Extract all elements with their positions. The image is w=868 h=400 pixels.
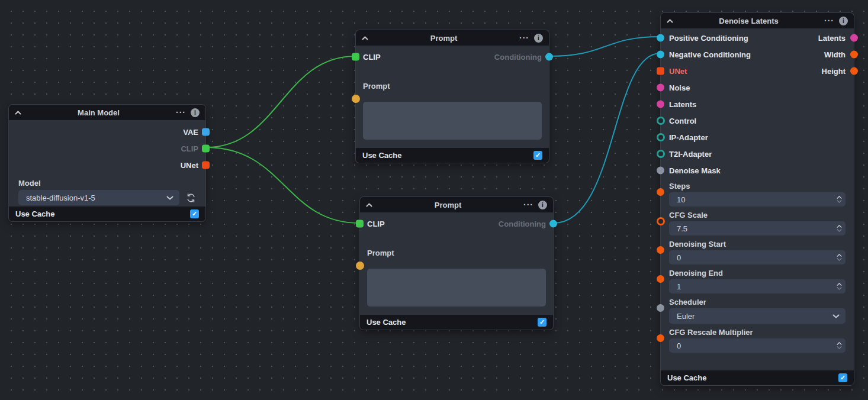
use-cache-label: Use Cache xyxy=(667,373,706,382)
handle-clip-input[interactable] xyxy=(356,220,364,228)
info-icon[interactable]: i xyxy=(538,201,547,209)
model-select-value: stable-diffusion-v1-5 xyxy=(26,193,95,202)
handle-clip-input[interactable] xyxy=(352,53,359,61)
wire-clip-to-prompt-2[interactable] xyxy=(206,147,359,223)
node-footer: Use Cache ✓ xyxy=(661,370,854,385)
handle-prompt-string-input[interactable] xyxy=(356,262,364,270)
handle-prompt-string-input[interactable] xyxy=(352,95,360,103)
prompt-textarea[interactable] xyxy=(363,102,542,140)
handle-latents-output[interactable] xyxy=(850,34,858,42)
node-footer: Use Cache ✓ xyxy=(360,315,553,330)
denoising-start-number-input[interactable]: 0 xyxy=(669,250,846,264)
handle-steps-input[interactable] xyxy=(657,188,664,196)
stepper-up-icon[interactable] xyxy=(837,254,842,257)
node-header[interactable]: Main Model ··· i xyxy=(9,105,205,120)
handle-negative-conditioning-input[interactable] xyxy=(657,51,664,59)
steps-stepper[interactable] xyxy=(837,196,842,203)
stepper-down-icon[interactable] xyxy=(837,200,842,203)
wire-clip-to-prompt-1[interactable] xyxy=(206,56,355,147)
port-label-positive-conditioning: Positive Conditioning xyxy=(669,34,748,43)
node-title: Main Model xyxy=(26,108,171,117)
info-icon[interactable]: i xyxy=(839,17,848,25)
collapse-chevron-icon[interactable] xyxy=(366,203,372,207)
steps-number-input[interactable]: 10 xyxy=(669,192,846,207)
handle-clip-output[interactable] xyxy=(202,145,210,153)
cfg-scale-stepper[interactable] xyxy=(837,225,842,232)
handle-conditioning-output[interactable] xyxy=(545,53,553,61)
denoising-end-number-input[interactable]: 1 xyxy=(669,279,846,293)
port-label-latents: Latents xyxy=(669,100,696,109)
denoising-end-stepper[interactable] xyxy=(837,283,842,290)
use-cache-checkbox[interactable]: ✓ xyxy=(533,151,542,160)
handle-conditioning-output[interactable] xyxy=(549,220,557,228)
stepper-down-icon[interactable] xyxy=(837,346,842,349)
cfg-rescale-number-input[interactable]: 0 xyxy=(669,338,846,353)
node-main-model[interactable]: Main Model ··· i VAE CLIP UNet Model xyxy=(8,104,206,222)
node-title: Prompt xyxy=(373,34,515,43)
use-cache-checkbox[interactable]: ✓ xyxy=(538,318,546,327)
handle-height-output[interactable] xyxy=(850,67,858,75)
collapse-chevron-icon[interactable] xyxy=(667,19,673,23)
cfg-rescale-label: CFG Rescale Multiplier xyxy=(669,327,846,338)
use-cache-checkbox[interactable]: ✓ xyxy=(190,209,199,218)
handle-denoising-start-input[interactable] xyxy=(657,246,664,254)
stepper-down-icon[interactable] xyxy=(837,258,842,261)
use-cache-checkbox[interactable]: ✓ xyxy=(838,373,847,382)
handle-unet-output[interactable] xyxy=(202,162,210,169)
info-icon[interactable]: i xyxy=(191,108,200,117)
node-footer: Use Cache ✓ xyxy=(356,148,549,163)
collapse-chevron-icon[interactable] xyxy=(15,111,21,115)
model-field-label: Model xyxy=(18,179,196,188)
port-label-conditioning: Conditioning xyxy=(494,53,542,62)
node-menu-icon[interactable]: ··· xyxy=(519,35,529,41)
collapse-chevron-icon[interactable] xyxy=(362,36,368,40)
node-header[interactable]: Prompt ··· i xyxy=(360,197,553,212)
wire-conditioning-to-positive[interactable] xyxy=(549,37,660,56)
handle-control-input[interactable] xyxy=(657,117,665,125)
node-menu-icon[interactable]: ··· xyxy=(824,18,834,24)
refresh-icon[interactable] xyxy=(186,193,196,203)
port-label-clip: CLIP xyxy=(367,220,385,228)
port-label-conditioning: Conditioning xyxy=(499,220,546,228)
handle-latents-input[interactable] xyxy=(657,101,664,108)
stepper-up-icon[interactable] xyxy=(837,225,842,228)
handle-width-output[interactable] xyxy=(850,51,858,59)
prompt-textarea[interactable] xyxy=(367,269,546,307)
node-body: VAE CLIP UNet Model stable-diffusion-v1-… xyxy=(9,120,205,207)
handle-cfg-rescale-input[interactable] xyxy=(657,334,664,342)
port-row-denoise-mask: Denoise Mask xyxy=(661,162,854,179)
node-header[interactable]: Prompt ··· i xyxy=(356,30,549,46)
workflow-canvas[interactable]: Main Model ··· i VAE CLIP UNet Model xyxy=(0,0,868,400)
info-icon[interactable]: i xyxy=(534,34,543,43)
stepper-down-icon[interactable] xyxy=(837,229,842,232)
scheduler-select[interactable]: Euler xyxy=(669,308,846,324)
handle-vae-output[interactable] xyxy=(202,128,210,136)
wire-conditioning-to-negative[interactable] xyxy=(554,53,660,223)
handle-ip-adapter-input[interactable] xyxy=(657,133,665,141)
handle-denoise-mask-input[interactable] xyxy=(657,167,664,175)
node-prompt-1[interactable]: Prompt ··· i CLIP Conditioning Prompt Us… xyxy=(355,30,549,163)
model-select[interactable]: stable-diffusion-v1-5 xyxy=(18,190,179,205)
stepper-up-icon[interactable] xyxy=(837,342,842,345)
denoising-start-stepper[interactable] xyxy=(837,254,842,261)
node-prompt-2[interactable]: Prompt ··· i CLIP Conditioning Prompt Us… xyxy=(359,196,554,330)
handle-scheduler-input[interactable] xyxy=(657,304,664,312)
node-menu-icon[interactable]: ··· xyxy=(176,109,186,115)
handle-unet-input[interactable] xyxy=(657,67,664,75)
stepper-down-icon[interactable] xyxy=(837,287,842,290)
handle-cfg-scale-input[interactable] xyxy=(657,217,665,225)
handle-t2i-adapter-input[interactable] xyxy=(657,150,665,158)
handle-denoising-end-input[interactable] xyxy=(657,275,664,283)
cfg-scale-number-input[interactable]: 7.5 xyxy=(669,221,846,236)
steps-value: 10 xyxy=(677,195,685,204)
prompt-field-label: Prompt xyxy=(367,249,546,260)
stepper-up-icon[interactable] xyxy=(837,196,842,199)
chevron-down-icon xyxy=(832,314,840,318)
stepper-up-icon[interactable] xyxy=(837,283,842,286)
cfg-rescale-stepper[interactable] xyxy=(837,342,842,349)
node-header[interactable]: Denoise Latents ··· i xyxy=(661,13,854,28)
handle-positive-conditioning-input[interactable] xyxy=(657,34,664,42)
handle-noise-input[interactable] xyxy=(657,84,664,92)
node-denoise-latents[interactable]: Denoise Latents ··· i Positive Condition… xyxy=(660,12,854,386)
node-menu-icon[interactable]: ··· xyxy=(523,202,533,208)
